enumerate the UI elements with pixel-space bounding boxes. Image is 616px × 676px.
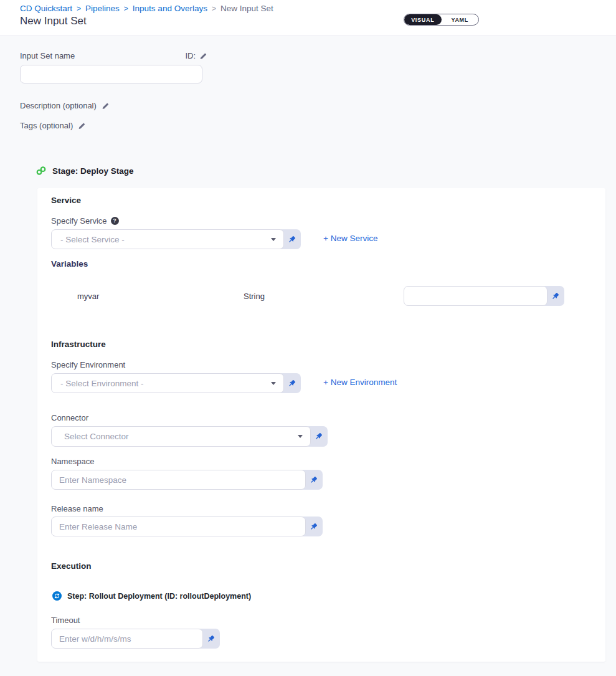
tab-visual[interactable]: VISUAL [404,14,442,25]
variables-section-title: Variables [51,259,88,269]
description-label: Description (optional) [20,101,97,110]
edit-tags-pencil-icon[interactable] [78,122,85,130]
breadcrumb-separator: > [124,4,128,13]
connector-label: Connector [51,413,88,422]
breadcrumb-link-cd-quickstart[interactable]: CD Quickstart [20,4,72,13]
stage-link-icon [36,165,47,176]
step-title: Step: Rollout Deployment (ID: rolloutDep… [67,592,251,601]
namespace-field[interactable] [51,470,306,490]
pin-icon [314,432,323,441]
breadcrumb-separator: > [212,4,216,13]
pin-icon [309,522,318,531]
timeout-field[interactable] [51,629,203,649]
specify-environment-label: Specify Environment [51,360,125,369]
breadcrumb-current: New Input Set [220,4,273,13]
specify-service-label: Specify Service [51,216,107,226]
tab-yaml[interactable]: YAML [442,14,479,25]
id-label: ID: [185,51,196,60]
help-icon[interactable]: ? [111,217,119,225]
new-environment-link[interactable]: + New Environment [323,378,397,387]
pin-icon [551,292,560,301]
breadcrumb-link-inputs-and-overlays[interactable]: Inputs and Overlays [133,4,207,13]
top-header-bar: CD Quickstart > Pipelines > Inputs and O… [0,0,616,36]
variable-type: String [244,292,265,301]
breadcrumb-link-pipelines[interactable]: Pipelines [85,4,120,13]
connector-select[interactable]: Select Connector [51,426,311,447]
release-name-field[interactable] [51,517,306,536]
input-set-name-label: Input Set name [20,51,75,60]
chevron-down-icon [271,238,276,241]
environment-select-placeholder: - Select Environment - [60,379,144,388]
stage-inputs-card: Service Specify Service ? - Select Servi… [37,188,605,662]
namespace-label: Namespace [51,457,94,466]
edit-description-pencil-icon[interactable] [102,102,109,110]
stage-title: Stage: Deploy Stage [52,166,134,176]
environment-select[interactable]: - Select Environment - [51,373,284,393]
service-select[interactable]: - Select Service - [51,229,284,249]
execution-section-title: Execution [51,561,92,571]
connector-select-placeholder: Select Connector [64,432,129,441]
variable-value-field[interactable] [404,286,547,306]
breadcrumb-separator: > [77,4,81,13]
page-title: New Input Set [20,15,87,27]
tags-label: Tags (optional) [20,121,73,130]
chevron-down-icon [271,382,276,385]
release-name-label: Release name [51,504,103,513]
visual-yaml-toggle[interactable]: VISUAL YAML [404,14,479,26]
rollout-step-icon [52,591,62,601]
edit-id-pencil-icon[interactable] [199,52,207,60]
pin-icon [206,634,216,644]
input-set-name-field[interactable] [20,65,202,83]
service-section-title: Service [51,196,81,205]
timeout-label: Timeout [51,616,80,625]
service-select-placeholder: - Select Service - [60,235,125,244]
pin-icon [287,235,296,244]
chevron-down-icon [298,435,303,438]
breadcrumb: CD Quickstart > Pipelines > Inputs and O… [20,4,273,13]
pin-icon [287,379,296,388]
new-service-link[interactable]: + New Service [323,234,377,243]
variable-name: myvar [77,292,99,301]
pin-icon [309,475,318,485]
infrastructure-section-title: Infrastructure [51,340,106,349]
